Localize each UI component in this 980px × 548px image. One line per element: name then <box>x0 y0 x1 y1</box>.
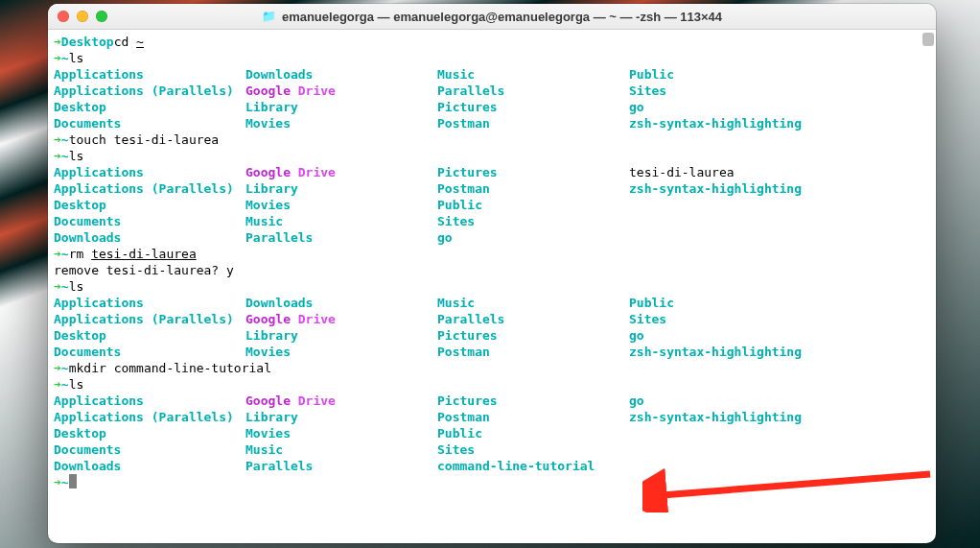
ls-entry: Applications <box>54 67 144 82</box>
terminal-window: 📁 emanuelegorga — emanuelegorga@emanuele… <box>48 4 936 543</box>
ls-entry: Sites <box>437 214 475 228</box>
ls-entry: Postman <box>437 116 490 131</box>
ls-entry: Sites <box>437 442 475 457</box>
ls-entry: Movies <box>245 345 291 359</box>
prompt-arrow-icon: ➔ <box>54 278 61 295</box>
ls-row: Applications (Parallels)LibraryPostmanzs… <box>54 409 930 425</box>
ls-col: Music <box>437 66 629 83</box>
ls-entry: Public <box>629 296 674 310</box>
close-icon[interactable] <box>58 11 69 22</box>
ls-col: Pictures <box>437 327 629 344</box>
prompt-arrow-icon: ➔ <box>54 360 61 376</box>
ls-col: Downloads <box>245 66 437 83</box>
ls-col <box>629 213 830 229</box>
ls-col: zsh-syntax-highlighting <box>629 115 830 131</box>
ls-entry: Documents <box>54 214 121 228</box>
ls-col: Library <box>245 409 437 425</box>
ls-col: go <box>437 229 629 246</box>
ls-entry: Downloads <box>54 230 121 245</box>
prompt-cwd: ~ <box>61 278 69 295</box>
ls-col: Desktop <box>54 197 245 213</box>
ls-col: Applications (Parallels) <box>54 180 245 197</box>
ls-entry: Applications <box>54 296 144 310</box>
command-text: ls <box>69 50 84 66</box>
ls-entry: Applications (Parallels) <box>54 83 234 98</box>
ls-entry: Postman <box>437 410 490 424</box>
ls-row: ApplicationsDownloadsMusicPublic <box>54 295 930 311</box>
ls-row: Applications (Parallels)Google DrivePara… <box>54 311 930 327</box>
ls-col: Library <box>245 327 437 344</box>
ls-col: Parallels <box>245 229 437 246</box>
ls-col: Desktop <box>54 425 245 441</box>
ls-col: Parallels <box>437 311 629 327</box>
command-text: ls <box>69 376 84 393</box>
ls-entry: Library <box>245 328 298 343</box>
titlebar[interactable]: 📁 emanuelegorga — emanuelegorga@emanuele… <box>48 4 936 30</box>
ls-entry: Documents <box>54 116 121 131</box>
ls-entry: tesi-di-laurea <box>629 165 735 179</box>
ls-entry: Pictures <box>437 100 498 114</box>
ls-col: Downloads <box>54 458 245 474</box>
ls-col: Pictures <box>437 393 629 409</box>
window-title-text: emanuelegorga — emanuelegorga@emanuelego… <box>282 10 722 24</box>
scrollbar-track[interactable] <box>922 33 934 541</box>
prompt-arrow-icon: ➔ <box>54 50 61 66</box>
ls-entry: Parallels <box>437 312 504 326</box>
ls-row: DesktopMoviesPublic <box>54 197 930 213</box>
ls-entry: zsh-syntax-highlighting <box>629 345 802 359</box>
zoom-icon[interactable] <box>96 11 107 22</box>
ls-col: go <box>629 393 830 409</box>
ls-col: Sites <box>437 213 629 229</box>
scrollbar-thumb[interactable] <box>922 33 934 46</box>
ls-row: DocumentsMoviesPostmanzsh-syntax-highlig… <box>54 344 930 360</box>
ls-entry: Applications (Parallels) <box>54 410 234 424</box>
ls-entry: Library <box>245 100 298 114</box>
ls-col: Google Drive <box>245 83 437 99</box>
ls-col: Documents <box>54 115 245 131</box>
prompt-arrow-icon: ➔ <box>54 148 61 164</box>
ls-col: Movies <box>245 425 437 441</box>
ls-entry: Applications (Parallels) <box>54 181 234 196</box>
ls-col: zsh-syntax-highlighting <box>629 409 830 425</box>
ls-col <box>629 441 830 458</box>
ls-entry: Postman <box>437 181 490 196</box>
ls-col: Movies <box>245 115 437 131</box>
ls-entry: Applications <box>54 393 144 408</box>
prompt-cwd: ~ <box>61 148 69 164</box>
ls-col: Parallels <box>437 83 629 99</box>
ls-col: Google Drive <box>245 393 437 409</box>
ls-col: Movies <box>245 197 437 213</box>
command-text: ls <box>69 148 84 164</box>
ls-entry: Music <box>437 296 475 310</box>
ls-entry: Postman <box>437 345 490 359</box>
ls-col: Desktop <box>54 327 245 344</box>
ls-row: Applications (Parallels)Google DrivePara… <box>54 83 930 99</box>
ls-entry: Google Drive <box>245 165 336 179</box>
ls-col: command-line-tutorial <box>437 458 629 474</box>
ls-col: Documents <box>54 213 245 229</box>
ls-entry: Desktop <box>54 328 106 343</box>
ls-entry: Music <box>245 214 283 228</box>
ls-col: Downloads <box>54 229 245 246</box>
ls-col: go <box>629 99 830 115</box>
ls-col: Movies <box>245 344 437 360</box>
minimize-icon[interactable] <box>77 11 88 22</box>
prompt-current[interactable]: ➔ ~ <box>54 474 930 490</box>
ls-col: Pictures <box>437 99 629 115</box>
ls-col: Parallels <box>245 458 437 474</box>
command-text: touch <box>69 131 114 148</box>
ls-row: DesktopLibraryPicturesgo <box>54 327 930 344</box>
ls-entry: Desktop <box>54 198 106 212</box>
prompt-arrow-icon: ➔ <box>54 246 61 262</box>
ls-row: ApplicationsGoogle DrivePicturestesi-di-… <box>54 164 930 180</box>
ls-entry: go <box>629 393 644 408</box>
ls-col <box>629 425 830 441</box>
ls-entry: Applications (Parallels) <box>54 312 234 326</box>
ls-col <box>629 229 830 246</box>
prompt-line: ➔ ~ ls <box>54 376 930 393</box>
prompt-cwd: ~ <box>61 131 69 148</box>
ls-entry: go <box>629 328 644 343</box>
ls-col: Music <box>437 295 629 311</box>
ls-col: Applications <box>54 66 245 83</box>
terminal-body[interactable]: ➔ Desktop cd ~➔ ~ lsApplicationsDownload… <box>48 30 936 543</box>
